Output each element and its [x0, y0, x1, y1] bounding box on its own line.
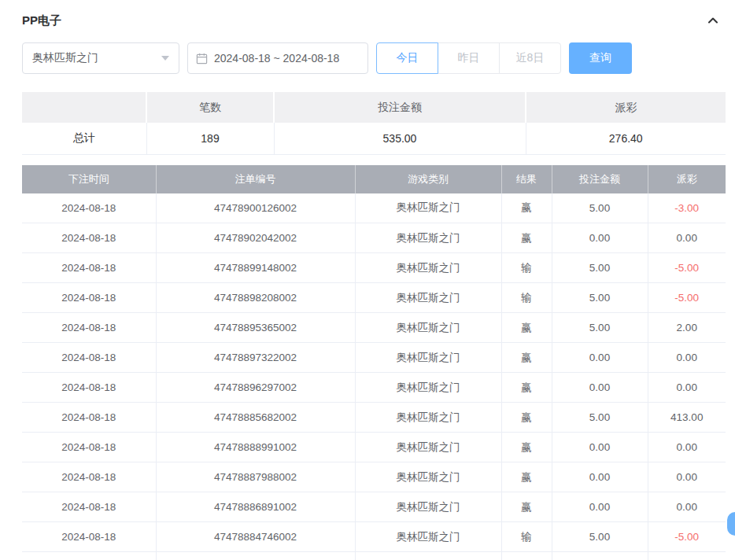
cell-bet-time: 2024-08-18 [22, 492, 156, 522]
cell-order-id: 47478900126002 [156, 193, 355, 223]
cell-bet-time: 2024-08-18 [22, 283, 156, 313]
cell-game-category: 奥林匹斯之门 [355, 313, 501, 343]
summary-total-payout: 276.40 [526, 123, 726, 154]
cell-result: 输 [501, 522, 552, 552]
summary-header-count: 笔数 [146, 92, 274, 123]
cell-order-id: 47478884746002 [156, 522, 355, 552]
cell-bet-time: 2024-08-18 [22, 462, 156, 492]
cell-result: 赢 [501, 223, 552, 253]
cell-game-category: 奥林匹斯之门 [355, 223, 501, 253]
cell-order-id: 47478902042002 [156, 223, 355, 253]
bet-table-header-row: 下注时间 注单编号 游戏类别 结果 投注金额 派彩 [22, 165, 726, 193]
last-8-days-button[interactable]: 近8日 [499, 42, 561, 74]
summary-table: 笔数 投注金额 派彩 总计 189 535.00 276.40 [22, 92, 726, 155]
cell-game-category: 奥林匹斯之门 [355, 403, 501, 433]
table-row: 2024-08-1847478886891002奥林匹斯之门赢0.000.00 [22, 492, 726, 522]
summary-header-row: 笔数 投注金额 派彩 [22, 92, 726, 123]
table-row-partial [22, 552, 726, 560]
cell-order-id: 47478896297002 [156, 373, 355, 403]
cell-result: 赢 [501, 343, 552, 373]
table-row: 2024-08-1847478899148002奥林匹斯之门输5.00-5.00 [22, 253, 726, 283]
cell-bet-time: 2024-08-18 [22, 253, 156, 283]
cell-payout: -5.00 [648, 283, 726, 313]
cell-bet-time: 2024-08-18 [22, 313, 156, 343]
cell-result: 赢 [501, 433, 552, 462]
cell-order-id: 47478898208002 [156, 283, 355, 313]
cell-order-id: 47478886891002 [156, 492, 355, 522]
col-header-game-category: 游戏类别 [355, 165, 501, 193]
table-row: 2024-08-1847478897322002奥林匹斯之门赢0.000.00 [22, 343, 726, 373]
cell-payout: 0.00 [648, 343, 726, 373]
table-row: 2024-08-1847478887988002奥林匹斯之门赢0.000.00 [22, 462, 726, 492]
table-row: 2024-08-1847478885682002奥林匹斯之门赢5.00413.0… [22, 403, 726, 433]
table-row: 2024-08-1847478896297002奥林匹斯之门赢0.000.00 [22, 373, 726, 403]
panel-header: PP电子 [22, 12, 726, 29]
cell-bet-amount: 0.00 [552, 492, 648, 522]
cell-bet-amount: 0.00 [552, 462, 648, 492]
summary-total-count: 189 [146, 123, 274, 154]
cell-bet-amount: 5.00 [552, 522, 648, 552]
cell-game-category: 奥林匹斯之门 [355, 433, 501, 462]
cell-payout: -3.00 [648, 193, 726, 223]
today-button[interactable]: 今日 [376, 42, 438, 74]
cell-bet-amount: 0.00 [552, 343, 648, 373]
cell-game-category: 奥林匹斯之门 [355, 492, 501, 522]
col-header-result: 结果 [501, 165, 552, 193]
cell-result: 赢 [501, 462, 552, 492]
cell-game-category: 奥林匹斯之门 [355, 462, 501, 492]
cell-payout: 413.00 [648, 403, 726, 433]
cell-order-id: 47478887988002 [156, 462, 355, 492]
col-header-bet-time: 下注时间 [22, 165, 156, 193]
table-row: 2024-08-1847478895365002奥林匹斯之门赢5.002.00 [22, 313, 726, 343]
cell-bet-amount [552, 552, 648, 560]
cell-bet-amount: 5.00 [552, 283, 648, 313]
cell-bet-time: 2024-08-18 [22, 343, 156, 373]
cell-result: 赢 [501, 193, 552, 223]
cell-game-category: 奥林匹斯之门 [355, 253, 501, 283]
cell-bet-time: 2024-08-18 [22, 522, 156, 552]
cell-order-id: 47478885682002 [156, 403, 355, 433]
cell-result: 输 [501, 283, 552, 313]
cell-bet-amount: 0.00 [552, 223, 648, 253]
cell-payout: 2.00 [648, 313, 726, 343]
page-title: PP电子 [22, 13, 61, 28]
game-select[interactable]: 奥林匹斯之门 [22, 42, 179, 74]
cell-result: 赢 [501, 313, 552, 343]
cell-payout: -5.00 [648, 253, 726, 283]
chevron-up-icon[interactable] [707, 14, 719, 27]
cell-bet-amount: 5.00 [552, 313, 648, 343]
yesterday-button[interactable]: 昨日 [438, 42, 500, 74]
cell-result [501, 552, 552, 560]
summary-header-payout: 派彩 [526, 92, 726, 123]
cell-bet-time: 2024-08-18 [22, 223, 156, 253]
cell-result: 赢 [501, 373, 552, 403]
cell-payout: 0.00 [648, 462, 726, 492]
cell-order-id [156, 552, 355, 560]
cell-order-id: 47478897322002 [156, 343, 355, 373]
chevron-down-icon [161, 56, 169, 61]
summary-total-bet-amount: 535.00 [274, 123, 526, 154]
table-row: 2024-08-1847478888991002奥林匹斯之门赢0.000.00 [22, 433, 726, 462]
col-header-payout: 派彩 [648, 165, 726, 193]
cell-result: 赢 [501, 403, 552, 433]
cell-payout: 0.00 [648, 223, 726, 253]
cell-bet-amount: 5.00 [552, 403, 648, 433]
filter-bar: 奥林匹斯之门 2024-08-18 ~ 2024-08-18 今日 昨日 近8日… [22, 42, 726, 74]
floating-action-button[interactable] [727, 512, 735, 536]
cell-game-category: 奥林匹斯之门 [355, 193, 501, 223]
col-header-bet-amount: 投注金额 [552, 165, 648, 193]
cell-game-category [355, 552, 501, 560]
cell-bet-amount: 0.00 [552, 433, 648, 462]
game-select-value: 奥林匹斯之门 [32, 51, 98, 65]
cell-payout: 0.00 [648, 492, 726, 522]
calendar-icon [196, 53, 208, 64]
cell-result: 输 [501, 253, 552, 283]
cell-bet-amount: 5.00 [552, 193, 648, 223]
cell-order-id: 47478899148002 [156, 253, 355, 283]
date-range-input[interactable]: 2024-08-18 ~ 2024-08-18 [187, 42, 368, 74]
cell-bet-time: 2024-08-18 [22, 373, 156, 403]
summary-total-row: 总计 189 535.00 276.40 [22, 123, 726, 154]
search-button[interactable]: 查询 [569, 42, 632, 74]
quick-date-buttons: 今日 昨日 近8日 [376, 42, 561, 74]
cell-order-id: 47478888991002 [156, 433, 355, 462]
